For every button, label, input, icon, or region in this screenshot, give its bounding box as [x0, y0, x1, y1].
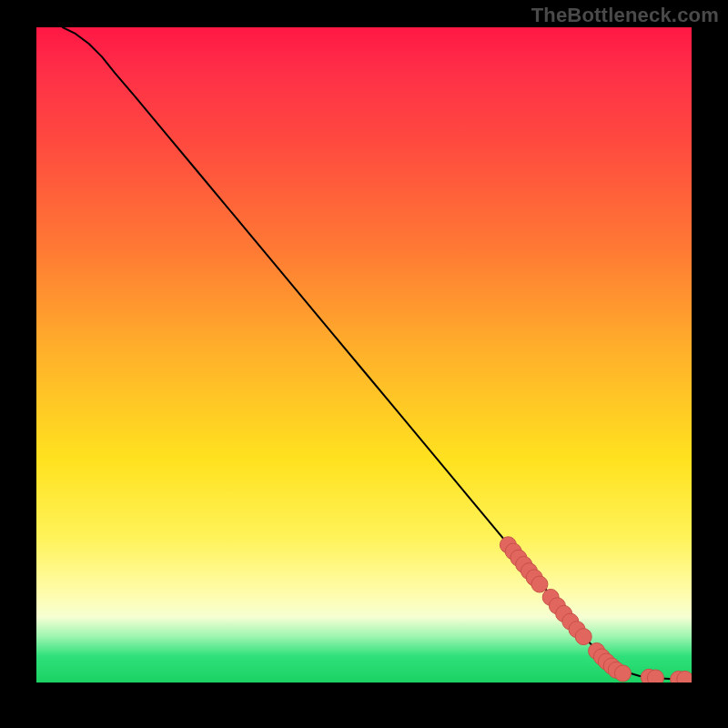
attribution-text: TheBottleneck.com — [531, 4, 719, 27]
data-curve — [63, 27, 692, 679]
chart-frame: TheBottleneck.com — [0, 0, 728, 728]
data-marker — [531, 576, 548, 592]
chart-svg — [36, 27, 692, 682]
data-marker — [575, 629, 592, 645]
data-marker — [647, 670, 663, 682]
data-markers — [500, 537, 692, 682]
plot-area — [36, 27, 692, 682]
data-marker — [614, 665, 631, 682]
